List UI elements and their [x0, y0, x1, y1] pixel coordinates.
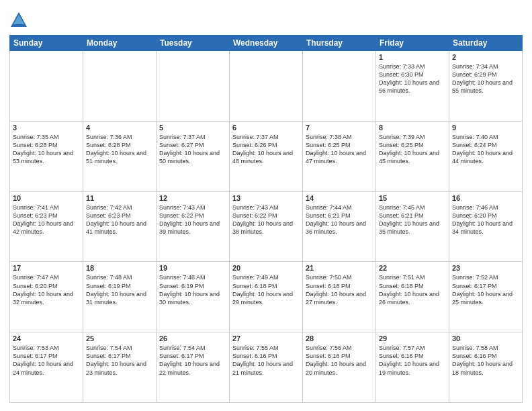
calendar-cell: 23Sunrise: 7:52 AM Sunset: 6:17 PM Dayli… [449, 262, 523, 332]
day-info: Sunrise: 7:34 AM Sunset: 6:29 PM Dayligh… [452, 62, 519, 95]
weekday-header-row: SundayMondayTuesdayWednesdayThursdayFrid… [10, 36, 523, 51]
day-number: 2 [452, 53, 519, 61]
day-info: Sunrise: 7:35 AM Sunset: 6:28 PM Dayligh… [13, 133, 80, 166]
day-info: Sunrise: 7:37 AM Sunset: 6:27 PM Dayligh… [159, 133, 226, 166]
weekday-header-wednesday: Wednesday [230, 36, 303, 51]
page: SundayMondayTuesdayWednesdayThursdayFrid… [0, 0, 532, 411]
calendar-week-row: 10Sunrise: 7:41 AM Sunset: 6:23 PM Dayli… [10, 191, 523, 262]
day-number: 3 [13, 124, 80, 132]
day-info: Sunrise: 7:55 AM Sunset: 6:16 PM Dayligh… [232, 344, 300, 377]
calendar-cell: 3Sunrise: 7:35 AM Sunset: 6:28 PM Daylig… [10, 121, 83, 191]
day-info: Sunrise: 7:56 AM Sunset: 6:16 PM Dayligh… [306, 344, 373, 377]
day-info: Sunrise: 7:41 AM Sunset: 6:23 PM Dayligh… [13, 203, 80, 236]
calendar-cell: 8Sunrise: 7:39 AM Sunset: 6:25 PM Daylig… [376, 121, 449, 191]
day-info: Sunrise: 7:45 AM Sunset: 6:21 PM Dayligh… [379, 203, 446, 236]
calendar-cell: 15Sunrise: 7:45 AM Sunset: 6:21 PM Dayli… [376, 191, 449, 262]
calendar-week-row: 1Sunrise: 7:33 AM Sunset: 6:30 PM Daylig… [10, 51, 523, 122]
day-number: 14 [306, 194, 373, 202]
day-number: 4 [86, 124, 153, 132]
calendar-cell: 14Sunrise: 7:44 AM Sunset: 6:21 PM Dayli… [303, 191, 376, 262]
day-number: 10 [13, 194, 80, 202]
logo [9, 11, 31, 30]
calendar-cell: 19Sunrise: 7:48 AM Sunset: 6:19 PM Dayli… [157, 262, 230, 332]
day-info: Sunrise: 7:47 AM Sunset: 6:20 PM Dayligh… [13, 273, 80, 306]
day-info: Sunrise: 7:53 AM Sunset: 6:17 PM Dayligh… [13, 344, 80, 377]
day-number: 30 [452, 334, 519, 342]
day-info: Sunrise: 7:48 AM Sunset: 6:19 PM Dayligh… [159, 273, 226, 306]
calendar-cell: 9Sunrise: 7:40 AM Sunset: 6:24 PM Daylig… [449, 121, 523, 191]
day-info: Sunrise: 7:54 AM Sunset: 6:17 PM Dayligh… [86, 344, 153, 377]
calendar-week-row: 17Sunrise: 7:47 AM Sunset: 6:20 PM Dayli… [10, 262, 523, 332]
day-number: 15 [379, 194, 446, 202]
day-number: 23 [452, 264, 519, 272]
day-number: 22 [379, 264, 446, 272]
day-number: 6 [232, 124, 300, 132]
calendar-cell: 26Sunrise: 7:54 AM Sunset: 6:17 PM Dayli… [157, 332, 230, 403]
calendar-cell: 20Sunrise: 7:49 AM Sunset: 6:18 PM Dayli… [230, 262, 303, 332]
calendar-week-row: 3Sunrise: 7:35 AM Sunset: 6:28 PM Daylig… [10, 121, 523, 191]
day-info: Sunrise: 7:46 AM Sunset: 6:20 PM Dayligh… [452, 203, 519, 236]
day-number: 17 [13, 264, 80, 272]
day-info: Sunrise: 7:52 AM Sunset: 6:17 PM Dayligh… [452, 273, 519, 306]
calendar-cell: 29Sunrise: 7:57 AM Sunset: 6:16 PM Dayli… [376, 332, 449, 403]
calendar-cell: 18Sunrise: 7:48 AM Sunset: 6:19 PM Dayli… [83, 262, 157, 332]
day-number: 21 [306, 264, 373, 272]
calendar-cell: 16Sunrise: 7:46 AM Sunset: 6:20 PM Dayli… [449, 191, 523, 262]
day-number: 20 [232, 264, 300, 272]
calendar-cell: 1Sunrise: 7:33 AM Sunset: 6:30 PM Daylig… [376, 51, 449, 122]
day-info: Sunrise: 7:37 AM Sunset: 6:26 PM Dayligh… [232, 133, 300, 166]
day-info: Sunrise: 7:39 AM Sunset: 6:25 PM Dayligh… [379, 133, 446, 166]
day-number: 12 [159, 194, 226, 202]
calendar-cell: 4Sunrise: 7:36 AM Sunset: 6:28 PM Daylig… [83, 121, 157, 191]
calendar-cell: 24Sunrise: 7:53 AM Sunset: 6:17 PM Dayli… [10, 332, 83, 403]
day-info: Sunrise: 7:33 AM Sunset: 6:30 PM Dayligh… [379, 62, 446, 95]
day-number: 28 [306, 334, 373, 342]
day-number: 1 [379, 53, 446, 61]
calendar-cell: 6Sunrise: 7:37 AM Sunset: 6:26 PM Daylig… [230, 121, 303, 191]
header [9, 8, 523, 30]
calendar-cell: 27Sunrise: 7:55 AM Sunset: 6:16 PM Dayli… [230, 332, 303, 403]
calendar-cell: 2Sunrise: 7:34 AM Sunset: 6:29 PM Daylig… [449, 51, 523, 122]
calendar-cell [157, 51, 230, 122]
calendar-cell [83, 51, 157, 122]
day-number: 19 [159, 264, 226, 272]
calendar-cell [230, 51, 303, 122]
weekday-header-monday: Monday [83, 36, 157, 51]
day-info: Sunrise: 7:49 AM Sunset: 6:18 PM Dayligh… [232, 273, 300, 306]
calendar-cell: 30Sunrise: 7:58 AM Sunset: 6:16 PM Dayli… [449, 332, 523, 403]
weekday-header-thursday: Thursday [303, 36, 376, 51]
day-info: Sunrise: 7:43 AM Sunset: 6:22 PM Dayligh… [232, 203, 300, 236]
calendar-cell: 21Sunrise: 7:50 AM Sunset: 6:18 PM Dayli… [303, 262, 376, 332]
day-info: Sunrise: 7:50 AM Sunset: 6:18 PM Dayligh… [306, 273, 373, 306]
day-info: Sunrise: 7:44 AM Sunset: 6:21 PM Dayligh… [306, 203, 373, 236]
calendar-cell: 11Sunrise: 7:42 AM Sunset: 6:23 PM Dayli… [83, 191, 157, 262]
weekday-header-sunday: Sunday [10, 36, 83, 51]
calendar-cell [10, 51, 83, 122]
day-info: Sunrise: 7:51 AM Sunset: 6:18 PM Dayligh… [379, 273, 446, 306]
day-number: 5 [159, 124, 226, 132]
day-number: 27 [232, 334, 300, 342]
day-info: Sunrise: 7:58 AM Sunset: 6:16 PM Dayligh… [452, 344, 519, 377]
weekday-header-friday: Friday [376, 36, 449, 51]
calendar-cell: 13Sunrise: 7:43 AM Sunset: 6:22 PM Dayli… [230, 191, 303, 262]
calendar-cell: 5Sunrise: 7:37 AM Sunset: 6:27 PM Daylig… [157, 121, 230, 191]
logo-icon [9, 11, 28, 30]
weekday-header-saturday: Saturday [449, 36, 523, 51]
calendar-cell [303, 51, 376, 122]
day-info: Sunrise: 7:54 AM Sunset: 6:17 PM Dayligh… [159, 344, 226, 377]
calendar-cell: 25Sunrise: 7:54 AM Sunset: 6:17 PM Dayli… [83, 332, 157, 403]
day-number: 9 [452, 124, 519, 132]
calendar-cell: 17Sunrise: 7:47 AM Sunset: 6:20 PM Dayli… [10, 262, 83, 332]
day-info: Sunrise: 7:57 AM Sunset: 6:16 PM Dayligh… [379, 344, 446, 377]
day-info: Sunrise: 7:36 AM Sunset: 6:28 PM Dayligh… [86, 133, 153, 166]
day-number: 11 [86, 194, 153, 202]
day-number: 7 [306, 124, 373, 132]
day-number: 25 [86, 334, 153, 342]
day-number: 8 [379, 124, 446, 132]
calendar-cell: 22Sunrise: 7:51 AM Sunset: 6:18 PM Dayli… [376, 262, 449, 332]
day-number: 16 [452, 194, 519, 202]
day-info: Sunrise: 7:40 AM Sunset: 6:24 PM Dayligh… [452, 133, 519, 166]
calendar-cell: 12Sunrise: 7:43 AM Sunset: 6:22 PM Dayli… [157, 191, 230, 262]
day-number: 18 [86, 264, 153, 272]
day-number: 26 [159, 334, 226, 342]
